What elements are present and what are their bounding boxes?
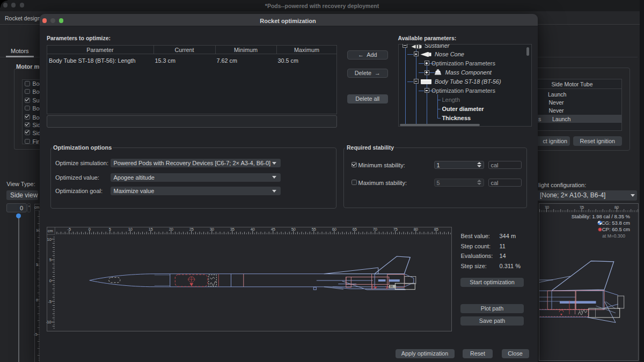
svg-text:-5: -5 — [34, 332, 38, 337]
svg-text:20: 20 — [169, 227, 173, 232]
svg-text:40: 40 — [251, 227, 255, 232]
svg-text:75: 75 — [393, 227, 398, 232]
svg-text:10: 10 — [36, 228, 40, 233]
svg-text:5: 5 — [36, 262, 38, 267]
svg-text:15: 15 — [149, 227, 153, 232]
svg-text:60: 60 — [332, 227, 336, 232]
svg-text:80: 80 — [414, 227, 418, 232]
svg-text:0: 0 — [49, 278, 52, 283]
svg-text:-5: -5 — [68, 227, 71, 232]
svg-text:5: 5 — [49, 257, 52, 262]
svg-text:55: 55 — [312, 227, 316, 232]
svg-text:30: 30 — [210, 227, 214, 232]
svg-text:70: 70 — [373, 227, 377, 232]
svg-text:65: 65 — [353, 227, 357, 232]
svg-text:85: 85 — [434, 227, 438, 232]
svg-text:50: 50 — [291, 227, 296, 232]
svg-text:-5: -5 — [48, 299, 52, 304]
svg-text:0: 0 — [36, 298, 38, 302]
svg-text:5: 5 — [109, 227, 111, 232]
svg-text:cm: cm — [48, 228, 53, 233]
svg-text:10: 10 — [128, 227, 133, 232]
svg-text:10: 10 — [47, 237, 52, 242]
svg-text:B6: B6 — [390, 285, 393, 288]
svg-text:25: 25 — [189, 227, 194, 232]
svg-text:-10: -10 — [46, 320, 52, 324]
svg-text:45: 45 — [271, 227, 275, 232]
svg-text:0: 0 — [89, 227, 91, 232]
svg-text:cm: cm — [34, 205, 40, 209]
svg-text:35: 35 — [230, 227, 235, 232]
